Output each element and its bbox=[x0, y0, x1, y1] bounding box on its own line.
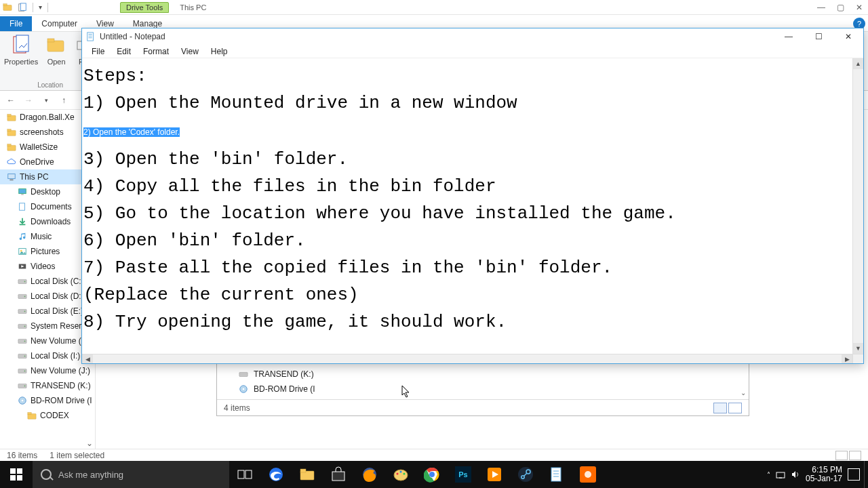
tree-item[interactable]: BD-ROM Drive (I bbox=[0, 393, 95, 408]
taskbar-app-photoshop[interactable]: Ps bbox=[448, 461, 479, 488]
details-view-button[interactable] bbox=[713, 403, 727, 413]
tree-item-label: screenshots bbox=[20, 127, 64, 137]
scroll-up-button[interactable]: ▲ bbox=[853, 58, 863, 69]
tree-item[interactable]: Music bbox=[0, 229, 95, 244]
minimize-button[interactable]: — bbox=[774, 28, 804, 45]
forward-button[interactable]: → bbox=[22, 94, 35, 107]
inner-explorer-window[interactable]: TRANSEND (K:) BD-ROM Drive (I ⌄ 4 items bbox=[216, 363, 749, 416]
tree-item[interactable]: CODEX bbox=[0, 408, 95, 423]
back-button[interactable]: ← bbox=[4, 94, 18, 107]
tab-computer[interactable]: Computer bbox=[32, 16, 87, 31]
explorer-icon bbox=[3, 3, 12, 12]
volume-icon[interactable] bbox=[791, 470, 800, 479]
tree-item[interactable]: Local Disk (D:) bbox=[0, 289, 95, 304]
svg-rect-55 bbox=[17, 475, 22, 481]
tree-item[interactable]: Documents bbox=[0, 199, 95, 214]
taskbar-app-store[interactable] bbox=[323, 461, 354, 488]
maximize-button[interactable]: ☐ bbox=[804, 28, 833, 45]
tree-item[interactable]: Pictures bbox=[0, 244, 95, 259]
tab-file[interactable]: File bbox=[0, 16, 32, 31]
action-center-icon[interactable] bbox=[848, 468, 860, 481]
tree-item[interactable]: System Reserv bbox=[0, 319, 95, 333]
ribbon-label: Properties bbox=[4, 58, 38, 66]
search-placeholder: Ask me anything bbox=[58, 470, 123, 480]
tree-item[interactable]: Downloads bbox=[0, 214, 95, 229]
horizontal-scrollbar[interactable]: ◀ ▶ bbox=[82, 354, 852, 363]
tree-item[interactable]: OneDrive bbox=[0, 155, 95, 169]
taskbar-app-edge[interactable] bbox=[260, 461, 292, 488]
chevron-down-icon[interactable]: ⌄ bbox=[84, 438, 95, 449]
tree-item[interactable]: This PC bbox=[0, 169, 95, 184]
close-button[interactable]: ✕ bbox=[833, 28, 863, 45]
svg-rect-6 bbox=[47, 41, 64, 52]
taskbar-app-explorer[interactable] bbox=[292, 461, 323, 488]
menu-format[interactable]: Format bbox=[138, 45, 174, 58]
list-item[interactable]: BD-ROM Drive (I bbox=[220, 382, 746, 396]
recent-dropdown-icon[interactable]: ▾ bbox=[39, 94, 53, 107]
notepad-text-area[interactable]: Steps: 1) Open the Mounted drive in a ne… bbox=[82, 58, 863, 363]
taskbar-app-mediaplayer[interactable] bbox=[479, 461, 510, 488]
details-view-button[interactable] bbox=[835, 451, 848, 460]
clock[interactable]: 6:15 PM 05-Jan-17 bbox=[806, 466, 842, 483]
svg-rect-3 bbox=[20, 3, 26, 10]
tree-item[interactable]: TRANSEND (K:) bbox=[0, 378, 95, 393]
taskbar-app-chrome[interactable] bbox=[416, 461, 448, 488]
vertical-scrollbar[interactable]: ▲ ▼ bbox=[852, 58, 863, 354]
taskbar-app-paint[interactable] bbox=[385, 461, 416, 488]
network-icon[interactable] bbox=[776, 470, 785, 479]
task-view-button[interactable] bbox=[229, 461, 260, 488]
maximize-button[interactable]: ▢ bbox=[835, 3, 845, 12]
menu-edit[interactable]: Edit bbox=[111, 45, 136, 58]
chrome-icon bbox=[424, 466, 440, 483]
taskbar-app-recorder[interactable] bbox=[572, 461, 604, 488]
icons-view-button[interactable] bbox=[728, 403, 742, 413]
search-box[interactable]: Ask me anything bbox=[33, 461, 229, 488]
tree-item[interactable]: New Volume (J:) bbox=[0, 363, 95, 378]
scroll-right-button[interactable]: ▶ bbox=[842, 354, 852, 363]
tree-item-label: Documents bbox=[31, 202, 72, 211]
close-button[interactable]: ✕ bbox=[854, 3, 864, 12]
start-button[interactable] bbox=[0, 461, 33, 488]
chevron-down-icon[interactable]: ⌄ bbox=[741, 389, 746, 396]
ribbon-properties-button[interactable]: Properties bbox=[4, 35, 38, 81]
tree-item[interactable]: Local Disk (E:) bbox=[0, 304, 95, 319]
tree-item[interactable]: New Volume ( bbox=[0, 333, 95, 348]
list-item[interactable]: TRANSEND (K:) bbox=[220, 367, 746, 382]
contextual-tab-drive-tools[interactable]: Drive Tools bbox=[120, 2, 169, 13]
svg-rect-10 bbox=[7, 115, 16, 121]
tree-item[interactable]: Local Disk (I:) bbox=[0, 348, 95, 363]
ribbon-open-button[interactable]: Open bbox=[41, 35, 72, 81]
tree-item[interactable]: Desktop bbox=[0, 184, 95, 199]
properties-icon[interactable] bbox=[18, 3, 27, 12]
menu-view[interactable]: View bbox=[176, 45, 204, 58]
tree-item[interactable]: WalletSize bbox=[0, 140, 95, 155]
minimize-button[interactable]: — bbox=[816, 3, 826, 12]
menu-help[interactable]: Help bbox=[205, 45, 233, 58]
separator bbox=[47, 3, 48, 12]
tree-item[interactable]: Videos bbox=[0, 259, 95, 274]
notepad-window[interactable]: Untitled - Notepad — ☐ ✕ FileEditFormatV… bbox=[81, 28, 864, 364]
taskbar-app-firefox[interactable] bbox=[354, 461, 385, 488]
tree-item[interactable]: Dragon.Ball.Xe bbox=[0, 110, 95, 125]
taskbar[interactable]: Ask me anything Ps ˄ 6:15 PM 05-Jan-17 bbox=[0, 461, 868, 488]
clock-date: 05-Jan-17 bbox=[806, 474, 842, 483]
svg-point-38 bbox=[24, 371, 26, 372]
menu-file[interactable]: File bbox=[86, 45, 110, 58]
tray-overflow-icon[interactable]: ˄ bbox=[767, 471, 770, 479]
up-button[interactable]: ↑ bbox=[57, 94, 71, 107]
notepad-title-bar[interactable]: Untitled - Notepad — ☐ ✕ bbox=[82, 28, 863, 45]
tree-item[interactable]: Local Disk (C:) bbox=[0, 274, 95, 289]
scroll-down-button[interactable]: ▼ bbox=[853, 343, 863, 354]
svg-point-26 bbox=[24, 281, 26, 283]
store-icon bbox=[330, 466, 347, 483]
show-desktop-button[interactable] bbox=[864, 461, 868, 488]
taskbar-app-steam[interactable] bbox=[510, 461, 541, 488]
system-tray[interactable]: ˄ 6:15 PM 05-Jan-17 bbox=[767, 466, 864, 483]
icons-view-button[interactable] bbox=[849, 451, 861, 460]
tree-item[interactable]: screenshots bbox=[0, 125, 95, 140]
scroll-left-button[interactable]: ◀ bbox=[82, 354, 93, 363]
taskbar-app-notepad[interactable] bbox=[541, 461, 572, 488]
svg-point-42 bbox=[22, 400, 24, 402]
qat-dropdown-icon[interactable]: ▾ bbox=[39, 3, 42, 11]
svg-point-28 bbox=[24, 296, 26, 298]
